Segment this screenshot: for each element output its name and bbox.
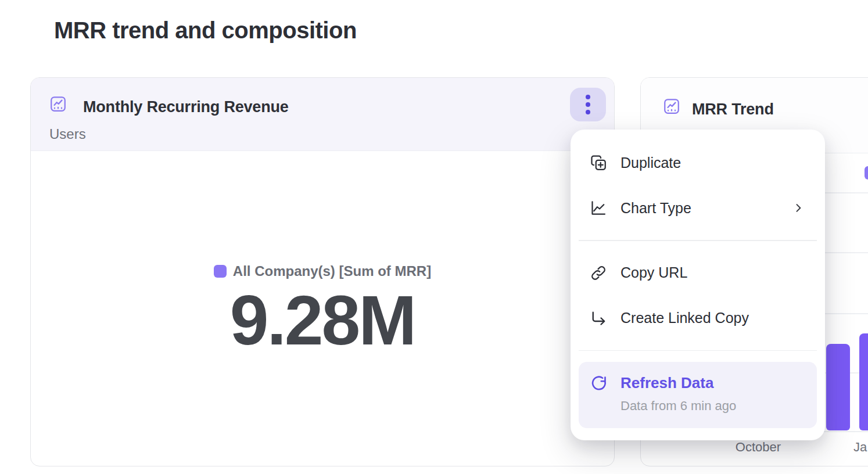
- menu-item-label: Duplicate: [620, 155, 681, 171]
- page-title: MRR trend and composition: [54, 17, 357, 44]
- menu-item-duplicate[interactable]: Duplicate: [571, 140, 825, 185]
- x-axis-label-january: Ja: [853, 440, 867, 455]
- menu-item-copy-url[interactable]: Copy URL: [571, 250, 825, 296]
- mrr-metric-body: All Company(s) [Sum of MRR] 9.28M: [31, 151, 614, 466]
- bar-october[interactable]: [826, 344, 850, 430]
- mrr-value: 9.28M: [230, 285, 415, 355]
- link-icon: [590, 264, 607, 282]
- bar-january[interactable]: [859, 333, 868, 430]
- menu-item-label: Chart Type: [620, 200, 691, 217]
- menu-item-label: Create Linked Copy: [620, 310, 749, 326]
- mrr-card-options-button[interactable]: [570, 88, 606, 121]
- x-axis-label-october: October: [733, 440, 784, 455]
- refresh-icon: [590, 375, 608, 392]
- mrr-card-title: Monthly Recurring Revenue: [83, 98, 289, 116]
- dashboard-page: MRR trend and composition Monthly Recurr…: [0, 0, 868, 474]
- mrr-card-subtitle: Users: [49, 126, 86, 142]
- mrr-card-header: Monthly Recurring Revenue Users: [31, 78, 614, 151]
- linked-copy-arrow-icon: [590, 310, 607, 327]
- refresh-data-freshness: Data from 6 min ago: [620, 398, 736, 414]
- chart-widget-icon: [49, 95, 67, 113]
- legend-swatch-icon: [214, 265, 227, 278]
- menu-item-label: Copy URL: [620, 264, 687, 281]
- menu-item-chart-type[interactable]: Chart Type: [571, 185, 825, 231]
- mrr-card: Monthly Recurring Revenue Users All Comp…: [30, 77, 615, 466]
- chevron-right-icon: [792, 202, 804, 214]
- trend-legend-swatch-icon: [865, 166, 868, 179]
- chart-widget-icon: [663, 98, 680, 115]
- menu-item-label: Refresh Data: [620, 374, 713, 392]
- menu-divider: [579, 240, 817, 241]
- card-options-menu: Duplicate Chart Type: [571, 130, 825, 440]
- mrr-legend-label: All Company(s) [Sum of MRR]: [233, 263, 431, 279]
- chart-type-icon: [590, 199, 607, 217]
- kebab-menu-icon: [586, 95, 590, 99]
- duplicate-icon: [590, 154, 607, 171]
- menu-divider: [579, 350, 817, 351]
- mrr-legend: All Company(s) [Sum of MRR]: [214, 263, 431, 279]
- menu-item-refresh-data[interactable]: Refresh Data Data from 6 min ago: [579, 362, 817, 428]
- menu-item-create-linked-copy[interactable]: Create Linked Copy: [571, 296, 825, 341]
- trend-card-title: MRR Trend: [692, 100, 774, 119]
